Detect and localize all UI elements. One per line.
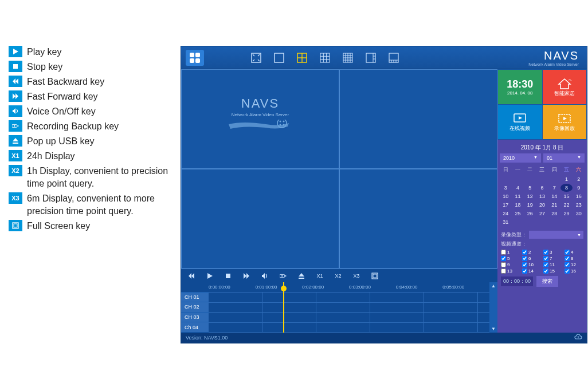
channel-label[interactable]: Ch 04 bbox=[181, 322, 209, 333]
channel-checkbox[interactable]: 8 bbox=[565, 256, 583, 261]
calendar-day[interactable]: 3 bbox=[500, 184, 511, 192]
calendar-day[interactable]: 30 bbox=[573, 210, 585, 218]
calendar-day[interactable]: 14 bbox=[548, 192, 560, 200]
calendar-day[interactable]: 16 bbox=[573, 192, 585, 200]
calendar-day[interactable]: 24 bbox=[500, 210, 511, 218]
calendar-day[interactable]: 25 bbox=[512, 210, 523, 218]
video-cell[interactable] bbox=[181, 169, 339, 268]
timeline-area: CH 01 CH 02 CH 03 Ch 04 0:00:00:00 0:01:… bbox=[181, 282, 497, 333]
calendar-day[interactable]: 12 bbox=[524, 192, 536, 200]
channel-checkbox[interactable]: 9 bbox=[501, 262, 520, 267]
timecode[interactable]: 00：00：00 bbox=[501, 277, 533, 286]
calendar-day[interactable]: 20 bbox=[536, 201, 548, 209]
calendar-weekday: 三 bbox=[536, 165, 548, 175]
timeline-vscroll[interactable]: ▲ ▼ bbox=[489, 282, 497, 333]
fast-backward-button[interactable] bbox=[187, 271, 196, 281]
channel-checkbox[interactable]: 13 bbox=[501, 268, 520, 274]
calendar-day[interactable]: 7 bbox=[548, 184, 560, 192]
timeline-track[interactable] bbox=[209, 303, 489, 313]
calendar-day[interactable]: 2 bbox=[573, 175, 585, 183]
timeline[interactable]: 0:00:00:00 0:01:00:00 0:02:00:00 0:03:00… bbox=[209, 282, 489, 333]
playback-controls: X1 X2 X3 bbox=[181, 268, 497, 282]
video-cell[interactable]: NAVS Network Alarm Video Server bbox=[181, 69, 339, 169]
x3-button[interactable]: X3 bbox=[352, 271, 361, 281]
channel-checkbox[interactable]: 6 bbox=[522, 256, 541, 261]
channel-checkbox[interactable]: 16 bbox=[565, 268, 583, 274]
layout-4-icon[interactable] bbox=[296, 52, 308, 64]
calendar-day[interactable]: 28 bbox=[548, 210, 560, 218]
calendar-day[interactable]: 13 bbox=[536, 192, 548, 200]
channel-checkbox[interactable]: 15 bbox=[543, 268, 562, 274]
calendar-day[interactable]: 5 bbox=[524, 184, 536, 192]
tile-smart-home[interactable]: 智能家居 bbox=[543, 70, 587, 104]
fast-forward-button[interactable] bbox=[242, 271, 251, 281]
video-cell[interactable] bbox=[339, 69, 497, 169]
scroll-down-icon[interactable]: ▼ bbox=[491, 326, 496, 331]
calendar-day[interactable]: 21 bbox=[548, 201, 560, 209]
x3-icon: X3 bbox=[9, 192, 22, 204]
channel-checkbox[interactable]: 14 bbox=[522, 268, 541, 274]
recording-backup-button[interactable] bbox=[279, 271, 288, 281]
stop-button[interactable] bbox=[224, 271, 233, 281]
calendar-day[interactable]: 26 bbox=[524, 210, 536, 218]
calendar-day bbox=[573, 218, 585, 226]
cloud-icon[interactable] bbox=[574, 334, 582, 342]
calendar-day[interactable]: 18 bbox=[512, 201, 523, 209]
channel-checkbox[interactable]: 3 bbox=[543, 250, 562, 255]
month-select[interactable]: 01▼ bbox=[543, 153, 585, 163]
x2-button[interactable]: X2 bbox=[334, 271, 343, 281]
channel-checkbox[interactable]: 2 bbox=[522, 250, 541, 255]
search-button[interactable]: 搜索 bbox=[536, 276, 558, 287]
layout-1-icon[interactable] bbox=[273, 52, 285, 64]
calendar-day[interactable]: 29 bbox=[560, 210, 572, 218]
record-type-select[interactable]: ▼ bbox=[529, 231, 583, 239]
layout-2x2-active-button[interactable] bbox=[186, 50, 204, 66]
calendar-day[interactable]: 22 bbox=[560, 201, 572, 209]
calendar-day[interactable]: 10 bbox=[500, 192, 511, 200]
timeline-track[interactable] bbox=[209, 313, 489, 323]
playhead[interactable] bbox=[283, 282, 284, 333]
calendar-day[interactable]: 8 bbox=[560, 184, 572, 192]
play-button[interactable] bbox=[205, 271, 214, 281]
channel-checkbox[interactable]: 5 bbox=[501, 256, 520, 261]
layout-9-icon[interactable] bbox=[319, 52, 331, 64]
channel-label[interactable]: CH 02 bbox=[181, 302, 209, 313]
tile-online-video[interactable]: 在线视频 bbox=[498, 105, 542, 139]
usb-eject-button[interactable] bbox=[297, 271, 306, 281]
channel-checkbox[interactable]: 7 bbox=[543, 256, 562, 261]
layout-strip-icon[interactable] bbox=[387, 52, 400, 64]
video-cell[interactable] bbox=[339, 169, 497, 268]
channel-checkbox[interactable]: 4 bbox=[565, 250, 583, 255]
legend-text: Voice On/Off key bbox=[27, 105, 96, 118]
layout-16-icon[interactable] bbox=[342, 52, 354, 64]
calendar-day[interactable]: 23 bbox=[573, 201, 585, 209]
timeline-track[interactable] bbox=[209, 293, 489, 303]
timeline-track[interactable] bbox=[209, 323, 489, 333]
layout-expand-icon[interactable] bbox=[250, 52, 262, 64]
channel-checkbox[interactable]: 10 bbox=[522, 262, 541, 267]
channel-label[interactable]: CH 03 bbox=[181, 313, 209, 323]
calendar-day[interactable]: 19 bbox=[524, 201, 536, 209]
channel-label[interactable]: CH 01 bbox=[181, 293, 209, 303]
video-grid: NAVS Network Alarm Video Server bbox=[181, 69, 497, 268]
channel-checkbox[interactable]: 12 bbox=[565, 262, 583, 267]
layout-side-icon[interactable] bbox=[364, 52, 377, 64]
calendar-day[interactable]: 11 bbox=[512, 192, 523, 200]
calendar-day[interactable]: 31 bbox=[500, 218, 511, 226]
calendar-day[interactable]: 17 bbox=[500, 201, 511, 209]
channel-checkbox[interactable]: 1 bbox=[501, 250, 520, 255]
tile-playback[interactable]: 录像回放 bbox=[543, 105, 587, 139]
x1-button[interactable]: X1 bbox=[315, 271, 324, 281]
fullscreen-button[interactable] bbox=[370, 271, 379, 281]
tile-clock[interactable]: 18:30 2014. 04. 08 bbox=[498, 70, 542, 104]
calendar-day[interactable]: 9 bbox=[573, 184, 585, 192]
calendar-day[interactable]: 27 bbox=[536, 210, 548, 218]
calendar-day[interactable]: 6 bbox=[536, 184, 548, 192]
calendar-day[interactable]: 4 bbox=[512, 184, 523, 192]
voice-button[interactable] bbox=[260, 271, 269, 281]
scroll-up-icon[interactable]: ▲ bbox=[491, 283, 496, 289]
calendar-day[interactable]: 1 bbox=[560, 175, 572, 183]
calendar-day[interactable]: 15 bbox=[560, 192, 572, 200]
year-select[interactable]: 2010▼ bbox=[500, 153, 541, 163]
channel-checkbox[interactable]: 11 bbox=[543, 262, 562, 267]
